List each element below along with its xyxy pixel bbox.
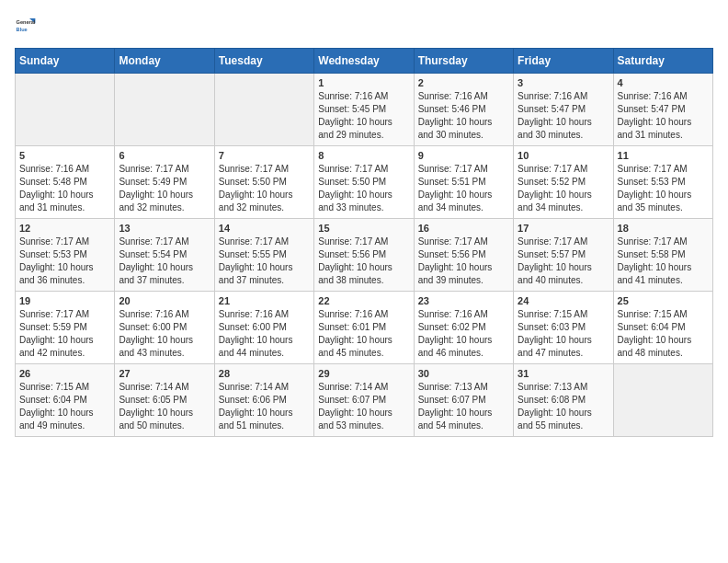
- day-info: Sunrise: 7:17 AMSunset: 5:49 PMDaylight:…: [119, 163, 210, 214]
- day-info: Sunrise: 7:17 AMSunset: 5:56 PMDaylight:…: [318, 236, 409, 287]
- calendar-cell: 31Sunrise: 7:13 AMSunset: 6:08 PMDayligh…: [514, 364, 613, 437]
- day-info: Sunrise: 7:17 AMSunset: 5:52 PMDaylight:…: [518, 163, 609, 214]
- day-info: Sunrise: 7:17 AMSunset: 5:57 PMDaylight:…: [518, 236, 609, 287]
- calendar-cell: [115, 74, 214, 146]
- day-number: 28: [219, 368, 310, 379]
- day-info: Sunrise: 7:15 AMSunset: 6:04 PMDaylight:…: [19, 381, 110, 432]
- day-info: Sunrise: 7:14 AMSunset: 6:06 PMDaylight:…: [219, 381, 310, 432]
- calendar-cell: 19Sunrise: 7:17 AMSunset: 5:59 PMDayligh…: [16, 292, 115, 364]
- day-info: Sunrise: 7:17 AMSunset: 5:50 PMDaylight:…: [318, 163, 409, 214]
- day-number: 1: [318, 77, 409, 88]
- day-number: 29: [318, 368, 409, 379]
- day-number: 5: [19, 150, 110, 161]
- day-info: Sunrise: 7:14 AMSunset: 6:07 PMDaylight:…: [318, 381, 409, 432]
- calendar-cell: 4Sunrise: 7:16 AMSunset: 5:47 PMDaylight…: [613, 74, 712, 146]
- week-row-2: 5Sunrise: 7:16 AMSunset: 5:48 PMDaylight…: [16, 146, 713, 219]
- calendar-cell: 5Sunrise: 7:16 AMSunset: 5:48 PMDaylight…: [16, 146, 115, 219]
- calendar-cell: 6Sunrise: 7:17 AMSunset: 5:49 PMDaylight…: [115, 146, 214, 219]
- calendar-cell: 25Sunrise: 7:15 AMSunset: 6:04 PMDayligh…: [613, 292, 712, 364]
- calendar-cell: 29Sunrise: 7:14 AMSunset: 6:07 PMDayligh…: [314, 364, 414, 437]
- day-info: Sunrise: 7:16 AMSunset: 6:02 PMDaylight:…: [418, 308, 509, 360]
- calendar-cell: 12Sunrise: 7:17 AMSunset: 5:53 PMDayligh…: [16, 219, 115, 292]
- header-wednesday: Wednesday: [314, 49, 414, 74]
- day-number: 26: [19, 368, 110, 379]
- day-info: Sunrise: 7:13 AMSunset: 6:08 PMDaylight:…: [518, 381, 609, 432]
- svg-text:Blue: Blue: [17, 27, 28, 32]
- day-info: Sunrise: 7:17 AMSunset: 5:55 PMDaylight:…: [219, 236, 310, 287]
- day-number: 17: [518, 223, 609, 234]
- calendar-cell: 23Sunrise: 7:16 AMSunset: 6:02 PMDayligh…: [414, 292, 513, 364]
- calendar-cell: 18Sunrise: 7:17 AMSunset: 5:58 PMDayligh…: [613, 219, 712, 292]
- day-info: Sunrise: 7:16 AMSunset: 5:46 PMDaylight:…: [418, 90, 509, 142]
- week-row-5: 26Sunrise: 7:15 AMSunset: 6:04 PMDayligh…: [16, 364, 713, 437]
- calendar-cell: 8Sunrise: 7:17 AMSunset: 5:50 PMDaylight…: [314, 146, 414, 219]
- day-number: 4: [618, 77, 709, 88]
- svg-text:General: General: [17, 19, 36, 25]
- calendar-cell: 3Sunrise: 7:16 AMSunset: 5:47 PMDaylight…: [514, 74, 613, 146]
- day-number: 11: [618, 150, 709, 161]
- day-info: Sunrise: 7:17 AMSunset: 5:53 PMDaylight:…: [618, 163, 709, 214]
- day-info: Sunrise: 7:16 AMSunset: 5:47 PMDaylight:…: [518, 90, 609, 142]
- page-header: General Blue: [15, 15, 713, 37]
- day-info: Sunrise: 7:17 AMSunset: 5:50 PMDaylight:…: [219, 163, 310, 214]
- calendar-cell: 15Sunrise: 7:17 AMSunset: 5:56 PMDayligh…: [314, 219, 414, 292]
- day-info: Sunrise: 7:16 AMSunset: 6:01 PMDaylight:…: [318, 308, 409, 360]
- day-info: Sunrise: 7:17 AMSunset: 5:58 PMDaylight:…: [618, 236, 709, 287]
- calendar-cell: 7Sunrise: 7:17 AMSunset: 5:50 PMDaylight…: [214, 146, 313, 219]
- calendar-cell: 22Sunrise: 7:16 AMSunset: 6:01 PMDayligh…: [314, 292, 414, 364]
- calendar-cell: 1Sunrise: 7:16 AMSunset: 5:45 PMDaylight…: [314, 74, 414, 146]
- calendar-cell: [16, 74, 115, 146]
- day-number: 15: [318, 223, 409, 234]
- calendar-cell: 21Sunrise: 7:16 AMSunset: 6:00 PMDayligh…: [214, 292, 313, 364]
- day-number: 23: [418, 295, 509, 306]
- day-number: 10: [518, 150, 609, 161]
- header-saturday: Saturday: [613, 49, 712, 74]
- day-number: 3: [518, 77, 609, 88]
- header-friday: Friday: [514, 49, 613, 74]
- day-number: 6: [119, 150, 210, 161]
- day-number: 22: [318, 295, 409, 306]
- day-number: 19: [19, 295, 110, 306]
- calendar-cell: 16Sunrise: 7:17 AMSunset: 5:56 PMDayligh…: [414, 219, 513, 292]
- day-number: 8: [318, 150, 409, 161]
- day-info: Sunrise: 7:15 AMSunset: 6:03 PMDaylight:…: [518, 308, 609, 360]
- day-info: Sunrise: 7:17 AMSunset: 5:51 PMDaylight:…: [418, 163, 509, 214]
- day-number: 16: [418, 223, 509, 234]
- day-info: Sunrise: 7:17 AMSunset: 5:54 PMDaylight:…: [119, 236, 210, 287]
- header-thursday: Thursday: [414, 49, 513, 74]
- day-number: 27: [119, 368, 210, 379]
- header-monday: Monday: [115, 49, 214, 74]
- calendar-cell: [613, 364, 712, 437]
- calendar-cell: 10Sunrise: 7:17 AMSunset: 5:52 PMDayligh…: [514, 146, 613, 219]
- day-number: 21: [219, 295, 310, 306]
- calendar-cell: 17Sunrise: 7:17 AMSunset: 5:57 PMDayligh…: [514, 219, 613, 292]
- day-number: 18: [618, 223, 709, 234]
- calendar-cell: 26Sunrise: 7:15 AMSunset: 6:04 PMDayligh…: [16, 364, 115, 437]
- calendar-cell: 27Sunrise: 7:14 AMSunset: 6:05 PMDayligh…: [115, 364, 214, 437]
- day-info: Sunrise: 7:15 AMSunset: 6:04 PMDaylight:…: [618, 308, 709, 360]
- logo-icon: General Blue: [15, 15, 37, 37]
- calendar-cell: 13Sunrise: 7:17 AMSunset: 5:54 PMDayligh…: [115, 219, 214, 292]
- calendar-cell: [214, 74, 313, 146]
- calendar-cell: 2Sunrise: 7:16 AMSunset: 5:46 PMDaylight…: [414, 74, 513, 146]
- day-info: Sunrise: 7:16 AMSunset: 6:00 PMDaylight:…: [119, 308, 210, 360]
- day-info: Sunrise: 7:16 AMSunset: 5:47 PMDaylight:…: [618, 90, 709, 142]
- week-row-4: 19Sunrise: 7:17 AMSunset: 5:59 PMDayligh…: [16, 292, 713, 364]
- calendar-cell: 24Sunrise: 7:15 AMSunset: 6:03 PMDayligh…: [514, 292, 613, 364]
- day-info: Sunrise: 7:13 AMSunset: 6:07 PMDaylight:…: [418, 381, 509, 432]
- day-info: Sunrise: 7:16 AMSunset: 5:45 PMDaylight:…: [318, 90, 409, 142]
- day-info: Sunrise: 7:16 AMSunset: 6:00 PMDaylight:…: [219, 308, 310, 360]
- day-info: Sunrise: 7:17 AMSunset: 5:59 PMDaylight:…: [19, 308, 110, 360]
- calendar-cell: 9Sunrise: 7:17 AMSunset: 5:51 PMDaylight…: [414, 146, 513, 219]
- day-number: 31: [518, 368, 609, 379]
- logo: General Blue: [15, 15, 37, 37]
- week-row-3: 12Sunrise: 7:17 AMSunset: 5:53 PMDayligh…: [16, 219, 713, 292]
- day-number: 24: [518, 295, 609, 306]
- header-tuesday: Tuesday: [214, 49, 313, 74]
- day-number: 9: [418, 150, 509, 161]
- calendar-cell: 20Sunrise: 7:16 AMSunset: 6:00 PMDayligh…: [115, 292, 214, 364]
- day-info: Sunrise: 7:17 AMSunset: 5:53 PMDaylight:…: [19, 236, 110, 287]
- day-info: Sunrise: 7:16 AMSunset: 5:48 PMDaylight:…: [19, 163, 110, 214]
- day-number: 25: [618, 295, 709, 306]
- day-number: 30: [418, 368, 509, 379]
